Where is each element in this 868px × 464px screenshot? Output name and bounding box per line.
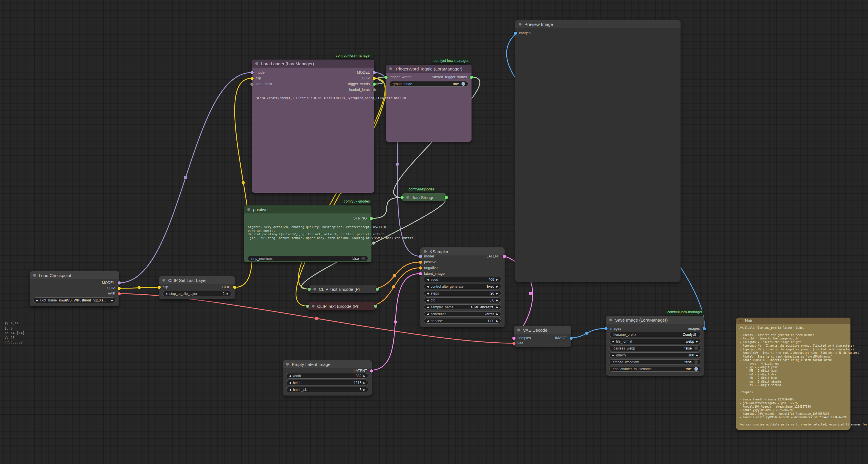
combo-right-arrow-icon[interactable]: ▶	[496, 292, 498, 295]
toggle-off-icon[interactable]	[694, 346, 698, 350]
widget-embed-workflow[interactable]: embed_workflowfalse	[609, 359, 701, 365]
collapse-dot-icon[interactable]	[517, 328, 520, 331]
comfyui-canvas[interactable]: { "badges":{ "lora_manager":"comfyui-lor…	[0, 0, 868, 464]
output-port-vae[interactable]	[118, 292, 121, 295]
note-textarea[interactable]: Available filename_prefix Pattern Codes …	[740, 326, 868, 427]
toggle-off-icon[interactable]	[694, 360, 698, 364]
combo-right-arrow-icon[interactable]: ▶	[364, 388, 365, 391]
combo-right-arrow-icon[interactable]: ▶	[111, 299, 113, 302]
widget-width[interactable]: ◀width832▶	[286, 373, 368, 379]
input-port-model[interactable]	[419, 255, 422, 258]
input-port-strings[interactable]	[401, 196, 404, 199]
widget-group-mode[interactable]: group_mode true	[389, 81, 468, 87]
collapse-dot-icon[interactable]	[313, 288, 316, 291]
node-titlebar[interactable]: Load Checkpoint	[30, 271, 119, 279]
combo-right-arrow-icon[interactable]: ▶	[496, 306, 498, 309]
widget-ckpt-name[interactable]: ◀ ckpt_name il\waiNSFWIllustrious_v110.s…	[33, 297, 116, 303]
collapse-dot-icon[interactable]	[33, 274, 36, 277]
combo-right-arrow-icon[interactable]: ▶	[496, 299, 498, 302]
node-titlebar[interactable]: Save Image (LoraManager)	[606, 316, 704, 324]
input-port-samples[interactable]	[513, 337, 516, 340]
output-port-trigger-words[interactable]	[373, 83, 376, 86]
combo-left-arrow-icon[interactable]: ◀	[165, 292, 167, 295]
widget-steps[interactable]: ◀steps20▶	[424, 291, 501, 296]
node-titlebar[interactable]: Preview Image	[515, 20, 681, 28]
collapse-dot-icon[interactable]	[286, 363, 289, 366]
combo-left-arrow-icon[interactable]: ◀	[427, 292, 429, 295]
input-port-clip[interactable]	[158, 286, 161, 289]
output-port-latent[interactable]	[503, 255, 506, 258]
combo-right-arrow-icon[interactable]: ▶	[496, 278, 498, 281]
widget-control-after-generate[interactable]: ◀control after generatefixed▶	[424, 284, 501, 289]
output-port-conditioning[interactable]	[376, 288, 379, 291]
input-port-clip[interactable]	[250, 77, 254, 80]
input-port[interactable]	[306, 304, 309, 308]
widget-batch-size[interactable]: ◀batch_size3▶	[286, 387, 368, 393]
collapse-dot-icon[interactable]	[247, 208, 250, 211]
collapse-dot-icon[interactable]	[389, 67, 392, 70]
combo-right-arrow-icon[interactable]: ▶	[364, 381, 365, 384]
node-join-strings[interactable]: Join Strings	[402, 193, 446, 201]
combo-right-arrow-icon[interactable]: ▶	[364, 375, 365, 377]
combo-right-arrow-icon[interactable]: ▶	[496, 320, 498, 322]
widget-strip-newlines[interactable]: strip_newlines false	[247, 256, 368, 261]
node-titlebar[interactable]: Note	[736, 318, 850, 324]
output-port-model[interactable]	[373, 71, 376, 74]
combo-left-arrow-icon[interactable]: ◀	[427, 285, 429, 288]
collapse-dot-icon[interactable]	[312, 304, 314, 308]
output-port-model[interactable]	[118, 281, 121, 285]
combo-left-arrow-icon[interactable]: ◀	[612, 340, 614, 343]
collapse-dot-icon[interactable]	[255, 62, 258, 65]
combo-right-arrow-icon[interactable]: ▶	[496, 285, 498, 288]
input-port-images[interactable]	[604, 327, 608, 330]
node-clip-text-encode-negative[interactable]: CLIP Text Encode (Pr	[307, 302, 376, 310]
output-port-clip[interactable]	[118, 287, 121, 290]
combo-right-arrow-icon[interactable]: ▶	[696, 354, 698, 357]
widget-quality[interactable]: ◀quality100▶	[609, 352, 701, 358]
node-titlebar[interactable]: Empty Latent Image	[283, 360, 372, 368]
output-port-loaded-loras[interactable]	[373, 88, 376, 91]
combo-left-arrow-icon[interactable]: ◀	[427, 278, 429, 281]
input-port[interactable]	[308, 288, 311, 291]
combo-left-arrow-icon[interactable]: ◀	[612, 354, 614, 357]
output-port-clip[interactable]	[373, 77, 376, 80]
collapse-dot-icon[interactable]	[740, 320, 742, 322]
output-port-images[interactable]	[703, 327, 706, 330]
collapse-dot-icon[interactable]	[519, 23, 522, 26]
output-port-conditioning[interactable]	[374, 304, 377, 308]
input-port-latent-image[interactable]	[419, 272, 422, 275]
widget-add-counter-to-filename[interactable]: add_counter_to_filenametrue	[609, 366, 701, 372]
node-titlebar[interactable]: positive	[244, 205, 371, 213]
widget-stop-at-clip-layer[interactable]: ◀ stop_at_clip_layer -2 ▶	[162, 291, 231, 296]
widget-filename-prefix[interactable]: filename_prefixComfyUI	[609, 332, 701, 337]
combo-left-arrow-icon[interactable]: ◀	[427, 299, 429, 302]
widget-lossless-webp[interactable]: lossless_webpfalse	[609, 346, 701, 351]
node-titlebar[interactable]: CLIP Set Last Layer	[159, 276, 235, 284]
toggle-on-icon[interactable]	[461, 82, 465, 86]
combo-left-arrow-icon[interactable]: ◀	[289, 388, 291, 391]
combo-right-arrow-icon[interactable]: ▶	[696, 340, 698, 343]
toggle-on-icon[interactable]	[694, 367, 698, 371]
collapse-dot-icon[interactable]	[406, 196, 409, 199]
lora-syntax-text[interactable]: <lora:CreateConcept_Illustrious:0.8> <lo…	[256, 96, 407, 99]
combo-right-arrow-icon[interactable]: ▶	[226, 292, 228, 295]
combo-left-arrow-icon[interactable]: ◀	[36, 299, 38, 302]
widget-scheduler[interactable]: ◀schedulerkarras▶	[424, 311, 501, 317]
output-port-clip[interactable]	[233, 286, 236, 289]
widget-height[interactable]: ◀height1216▶	[286, 380, 368, 385]
widget-file-format[interactable]: ◀file_formatwebp▶	[609, 339, 701, 344]
output-port-string[interactable]	[370, 217, 373, 220]
toggle-off-icon[interactable]	[362, 257, 365, 260]
collapse-dot-icon[interactable]	[609, 318, 612, 321]
input-port-model[interactable]	[250, 71, 254, 74]
widget-seed[interactable]: ◀seed409▶	[424, 277, 501, 282]
input-port-positive[interactable]	[419, 261, 422, 264]
combo-right-arrow-icon[interactable]: ▶	[496, 313, 498, 316]
output-port-string[interactable]	[445, 196, 448, 199]
combo-left-arrow-icon[interactable]: ◀	[427, 306, 429, 309]
collapse-dot-icon[interactable]	[424, 250, 427, 253]
output-port-filtered-trigger-words[interactable]	[470, 76, 473, 79]
widget-denoise[interactable]: ◀denoise1.00▶	[424, 318, 501, 324]
node-titlebar[interactable]: VAE Decode	[514, 326, 571, 334]
combo-left-arrow-icon[interactable]: ◀	[427, 313, 429, 316]
